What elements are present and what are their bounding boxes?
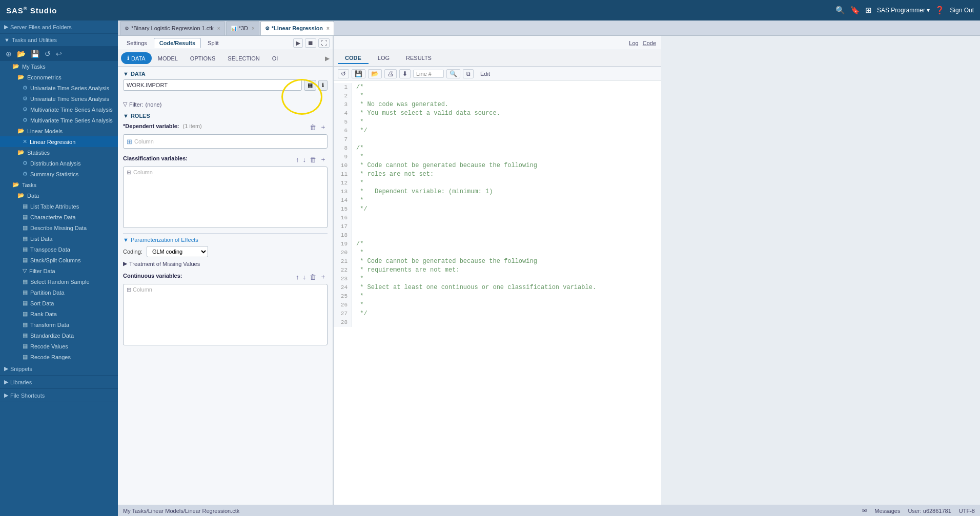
classification-box[interactable]: ⊞ Column: [123, 167, 328, 228]
treatment-row[interactable]: ▶ Treatment of Missing Values: [123, 260, 328, 267]
refresh-button[interactable]: ↺: [43, 49, 52, 58]
grid-icon[interactable]: ⊞: [865, 6, 872, 15]
continuous-box[interactable]: ⊞ Column: [123, 284, 328, 345]
class-up-btn[interactable]: ↑: [295, 154, 300, 165]
user-label[interactable]: SAS Programmer ▾: [877, 7, 930, 14]
sidebar-item-linear-regression[interactable]: ✕Linear Regression: [0, 136, 118, 147]
code-print-btn[interactable]: 🖨: [384, 69, 397, 78]
sidebar-item-multivariate-ts-2[interactable]: ⚙Multivariate Time Series Analysis: [0, 115, 118, 126]
code-tab-code[interactable]: CODE: [338, 53, 369, 64]
inner-nav-oi[interactable]: OI: [266, 53, 284, 64]
sidebar-item-characterize-data[interactable]: ▦Characterize Data: [0, 212, 118, 222]
roles-section-label[interactable]: ▼ ROLES: [123, 113, 328, 119]
edit-label[interactable]: Edit: [480, 71, 490, 77]
sidebar-item-select-random-sample[interactable]: ▦Select Random Sample: [0, 276, 118, 287]
sidebar-snippets[interactable]: ▶ Snippets: [0, 362, 118, 376]
param-header[interactable]: ▼ Parameterization of Effects: [123, 237, 328, 243]
sidebar-item-univariate-ts-1[interactable]: ⚙Univariate Time Series Analysis: [0, 82, 118, 93]
new-button[interactable]: ⊕: [4, 49, 13, 58]
signout-label[interactable]: Sign Out: [950, 7, 974, 14]
expand-button[interactable]: ⛶: [318, 38, 330, 48]
code-find-btn[interactable]: 🔍: [446, 69, 460, 78]
sidebar-item-standardize-data[interactable]: ▦Standardize Data: [0, 330, 118, 341]
sidebar-label-tasks: Tasks: [22, 182, 36, 188]
inner-nav-more[interactable]: ▶: [325, 55, 330, 62]
sub-tab-code-results[interactable]: Code/Results: [154, 38, 201, 48]
tab-close-linear-regression[interactable]: ×: [326, 26, 330, 31]
sub-tab-split[interactable]: Split: [202, 38, 224, 48]
code-tab-results[interactable]: RESULTS: [399, 53, 439, 64]
sidebar-item-univariate-ts-2[interactable]: ⚙Univariate Time Series Analysis: [0, 93, 118, 104]
save-button[interactable]: 💾: [29, 49, 41, 58]
data-source-input[interactable]: [123, 79, 302, 91]
sidebar-item-describe-missing-data[interactable]: ▦Describe Missing Data: [0, 222, 118, 233]
sidebar-item-partition-data[interactable]: ▦Partition Data: [0, 287, 118, 298]
sidebar-item-linear-models[interactable]: 📂Linear Models: [0, 126, 118, 136]
inner-nav-options[interactable]: OPTIONS: [184, 53, 222, 64]
sidebar-item-transpose-data[interactable]: ▦Transpose Data: [0, 244, 118, 255]
inner-nav-selection[interactable]: SELECTION: [221, 53, 266, 64]
sidebar-tasks-utilities[interactable]: ▼ Tasks and Utilities: [0, 34, 118, 47]
sidebar-item-transform-data[interactable]: ▦Transform Data: [0, 319, 118, 330]
sidebar-icon-data: ▦: [23, 203, 28, 210]
log-action-label[interactable]: Log: [629, 40, 638, 46]
cont-add-btn[interactable]: ＋: [319, 271, 328, 282]
line-number-input[interactable]: [413, 70, 444, 78]
coding-select[interactable]: GLM coding: [147, 246, 208, 257]
sidebar-item-recode-ranges[interactable]: ▦Recode Ranges: [0, 352, 118, 362]
cont-delete-btn[interactable]: 🗑: [309, 271, 317, 282]
sidebar-item-econometrics[interactable]: 📂Econometrics: [0, 72, 118, 82]
sidebar-item-sort-data[interactable]: ▦Sort Data: [0, 298, 118, 308]
sidebar-item-summary-statistics[interactable]: ⚙Summary Statistics: [0, 169, 118, 179]
search-icon[interactable]: 🔍: [835, 6, 845, 15]
data-section-label[interactable]: ▼ DATA: [123, 71, 328, 77]
tab-binary-logistic[interactable]: ⚙*Binary Logistic Regression 1.ctk×: [120, 21, 225, 35]
code-tab-log[interactable]: LOG: [371, 53, 397, 64]
tab-close-binary-logistic[interactable]: ×: [217, 26, 220, 31]
class-add-btn[interactable]: ＋: [319, 154, 328, 165]
sidebar-libraries[interactable]: ▶ Libraries: [0, 376, 118, 389]
sidebar-item-rank-data[interactable]: ▦Rank Data: [0, 308, 118, 319]
bookmark-icon[interactable]: 🔖: [850, 6, 860, 15]
sidebar-item-recode-values[interactable]: ▦Recode Values: [0, 341, 118, 352]
inner-nav-model[interactable]: MODEL: [152, 53, 184, 64]
code-download-btn[interactable]: ⬇: [399, 69, 411, 78]
dependent-box[interactable]: ⊞ Column: [123, 134, 328, 149]
sidebar-item-list-data[interactable]: ▦List Data: [0, 233, 118, 244]
tab-close-3d[interactable]: ×: [252, 26, 255, 31]
class-delete-btn[interactable]: 🗑: [309, 154, 317, 165]
stop-button[interactable]: ⏹: [305, 38, 316, 48]
open-button[interactable]: 📂: [15, 49, 27, 58]
cont-down-btn[interactable]: ↓: [302, 271, 308, 282]
messages-icon[interactable]: ✉: [862, 507, 867, 514]
sidebar-item-tasks[interactable]: 📂Tasks: [0, 179, 118, 190]
data-source-info-btn[interactable]: ℹ: [318, 80, 328, 91]
sidebar-item-filter-data[interactable]: ▽Filter Data: [0, 265, 118, 276]
sidebar-server-files[interactable]: ▶ Server Files and Folders: [0, 20, 118, 34]
tab-3d[interactable]: 📊*3D×: [226, 21, 259, 35]
code-save-btn[interactable]: 💾: [352, 69, 365, 78]
inner-nav-data[interactable]: ℹ DATA: [121, 52, 152, 64]
data-source-table-btn[interactable]: ▦: [304, 80, 316, 91]
sidebar-item-multivariate-ts-1[interactable]: ⚙Multivariate Time Series Analysis: [0, 104, 118, 115]
class-down-btn[interactable]: ↓: [302, 154, 308, 165]
help-icon[interactable]: ❓: [935, 6, 945, 15]
dependent-delete-btn[interactable]: 🗑: [309, 121, 317, 133]
tab-linear-regression[interactable]: ⚙*Linear Regression×: [260, 21, 334, 35]
code-action-label[interactable]: Code: [643, 40, 656, 46]
sub-tab-settings[interactable]: Settings: [121, 38, 153, 48]
sidebar-item-stack-split-columns[interactable]: ▦Stack/Split Columns: [0, 255, 118, 265]
undo-button[interactable]: ↩: [54, 49, 64, 58]
cont-up-btn[interactable]: ↑: [295, 271, 300, 282]
sidebar-item-my-tasks[interactable]: 📂My Tasks: [0, 61, 118, 72]
sidebar-item-distribution-analysis[interactable]: ⚙Distribution Analysis: [0, 158, 118, 169]
sidebar-file-shortcuts[interactable]: ▶ File Shortcuts: [0, 389, 118, 402]
code-split-btn[interactable]: ⧉: [463, 69, 474, 78]
run-button[interactable]: ▶: [293, 38, 303, 48]
code-open-btn[interactable]: 📂: [368, 69, 382, 78]
sidebar-item-statistics[interactable]: 📂Statistics: [0, 147, 118, 158]
code-run-btn[interactable]: ↺: [338, 69, 349, 78]
dependent-add-btn[interactable]: ＋: [319, 121, 328, 133]
sidebar-item-data-folder[interactable]: 📂Data: [0, 190, 118, 201]
sidebar-item-list-table-attributes[interactable]: ▦List Table Attributes: [0, 201, 118, 212]
